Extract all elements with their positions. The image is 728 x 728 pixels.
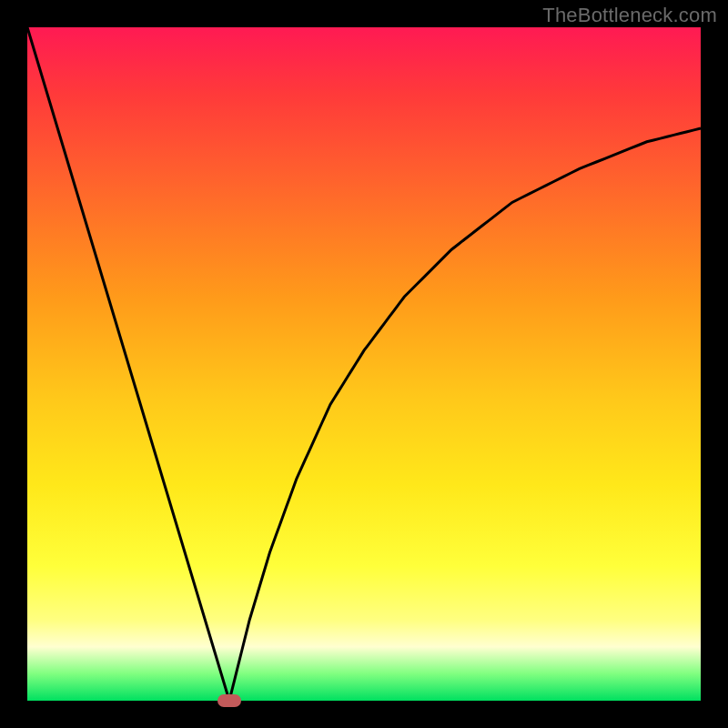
min-marker bbox=[217, 694, 241, 707]
curve-layer bbox=[27, 27, 701, 701]
watermark-text: TheBottleneck.com bbox=[542, 4, 717, 27]
curve-left-branch bbox=[27, 27, 229, 701]
curve-right-branch bbox=[229, 128, 701, 701]
chart-frame: TheBottleneck.com bbox=[0, 0, 728, 728]
